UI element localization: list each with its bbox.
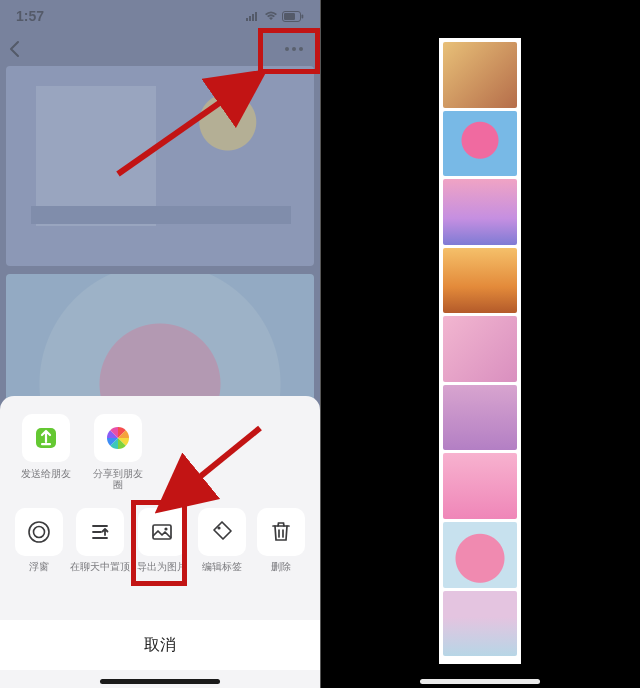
pane-separator xyxy=(320,0,321,688)
strip-thumb xyxy=(443,42,517,108)
strip-thumb xyxy=(443,179,517,245)
moments-icon xyxy=(94,414,142,462)
strip-thumb xyxy=(443,591,517,657)
home-indicator xyxy=(100,679,220,684)
action-item-label: 编辑标签 xyxy=(202,562,242,572)
svg-point-9 xyxy=(29,522,49,542)
strip-thumb xyxy=(443,453,517,519)
share-item-send[interactable]: 发送给朋友 xyxy=(18,414,74,490)
strip-thumb xyxy=(443,248,517,314)
cancel-label: 取消 xyxy=(144,635,176,656)
action-item-pin[interactable]: 在聊天中置顶 xyxy=(73,508,127,572)
action-item-float[interactable]: 浮窗 xyxy=(14,508,63,572)
svg-rect-8 xyxy=(41,443,51,445)
pin-chat-icon xyxy=(76,508,124,556)
strip-thumb xyxy=(443,316,517,382)
right-screenshot xyxy=(320,0,640,688)
cancel-button[interactable]: 取消 xyxy=(0,620,320,670)
annotation-box-more xyxy=(258,28,320,74)
action-item-label: 在聊天中置顶 xyxy=(70,562,130,572)
trash-icon xyxy=(257,508,305,556)
share-item-label: 分享到朋友圈 xyxy=(90,468,146,490)
exported-image-strip xyxy=(439,38,521,664)
strip-thumb xyxy=(443,111,517,177)
left-screenshot: 1:57 发送给朋友 xyxy=(0,0,320,688)
float-window-icon xyxy=(15,508,63,556)
strip-thumb xyxy=(443,385,517,451)
share-item-label: 发送给朋友 xyxy=(21,468,71,479)
action-item-label: 删除 xyxy=(271,562,291,572)
share-row: 发送给朋友 分享到朋友圈 xyxy=(0,396,320,494)
strip-thumb xyxy=(443,522,517,588)
share-item-moments[interactable]: 分享到朋友圈 xyxy=(90,414,146,490)
svg-point-16 xyxy=(217,526,220,529)
action-item-label: 浮窗 xyxy=(29,562,49,572)
tag-icon xyxy=(198,508,246,556)
annotation-box-export xyxy=(131,500,187,586)
svg-point-10 xyxy=(33,527,44,538)
action-item-delete[interactable]: 删除 xyxy=(257,508,306,572)
action-item-tag[interactable]: 编辑标签 xyxy=(197,508,246,572)
wechat-send-icon xyxy=(22,414,70,462)
home-indicator xyxy=(420,679,540,684)
